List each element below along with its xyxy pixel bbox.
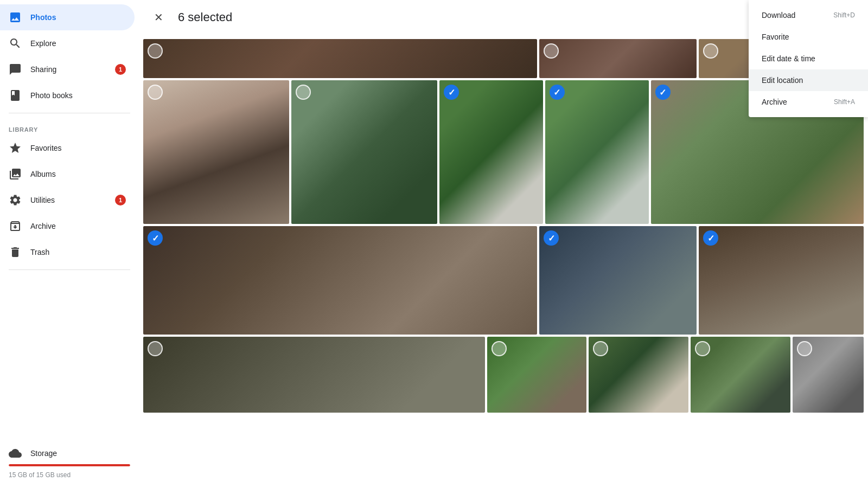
photo-checkbox[interactable] bbox=[695, 341, 710, 356]
storage-label-text: Storage bbox=[30, 449, 130, 458]
storage-bar-fill bbox=[9, 464, 130, 466]
photo-checkbox[interactable] bbox=[703, 43, 718, 59]
photo-cell[interactable]: ✓ bbox=[699, 226, 864, 335]
sidebar-label-utilities: Utilities bbox=[30, 196, 106, 204]
sharing-badge: 1 bbox=[115, 64, 126, 75]
photo-cell[interactable]: ✓ bbox=[545, 80, 649, 224]
photo-icon bbox=[9, 11, 22, 24]
sidebar-label-albums: Albums bbox=[30, 170, 126, 178]
photo-checkbox[interactable] bbox=[148, 341, 163, 356]
header-title: 6 selected bbox=[178, 10, 812, 24]
library-section-label: LIBRARY bbox=[0, 118, 139, 135]
sidebar: Photos Explore Sharing 1 Photo books LIB… bbox=[0, 0, 139, 488]
sidebar-label-trash: Trash bbox=[30, 248, 126, 256]
sidebar-item-photobooks[interactable]: Photo books bbox=[0, 82, 135, 108]
photo-checkbox[interactable] bbox=[492, 341, 507, 356]
sidebar-item-photos[interactable]: Photos bbox=[0, 4, 135, 30]
sidebar-label-archive: Archive bbox=[30, 222, 126, 230]
close-button[interactable]: ✕ bbox=[148, 7, 169, 28]
photo-cell[interactable] bbox=[793, 337, 864, 413]
photo-cell[interactable] bbox=[143, 80, 289, 224]
photo-cell[interactable] bbox=[291, 80, 437, 224]
menu-item-download-label: Download bbox=[762, 11, 795, 20]
explore-icon bbox=[9, 37, 22, 50]
menu-item-favorite[interactable]: Favorite bbox=[749, 26, 868, 48]
albums-icon bbox=[9, 168, 22, 181]
photo-checkbox[interactable]: ✓ bbox=[544, 230, 559, 246]
storage-used-text: 15 GB of 15 GB used bbox=[9, 471, 71, 479]
sidebar-label-photos: Photos bbox=[30, 13, 126, 22]
photo-cell[interactable]: ✓ bbox=[539, 226, 697, 335]
storage-section: Storage 15 GB of 15 GB used bbox=[0, 438, 139, 488]
storage-icon bbox=[9, 447, 22, 460]
sidebar-label-explore: Explore bbox=[30, 39, 126, 48]
archive-icon bbox=[9, 220, 22, 233]
menu-item-archive-shortcut: Shift+A bbox=[834, 98, 855, 106]
photo-checkbox[interactable] bbox=[593, 341, 608, 356]
sidebar-item-utilities[interactable]: Utilities 1 bbox=[0, 187, 135, 213]
utilities-icon bbox=[9, 194, 22, 207]
trash-icon bbox=[9, 246, 22, 259]
menu-item-edit-location-label: Edit location bbox=[762, 76, 803, 85]
utilities-badge: 1 bbox=[115, 195, 126, 206]
photo-checkbox[interactable]: ✓ bbox=[550, 85, 565, 100]
sidebar-item-favorites[interactable]: Favorites bbox=[0, 135, 135, 161]
menu-item-download-shortcut: Shift+D bbox=[833, 11, 855, 19]
menu-item-download[interactable]: Download Shift+D bbox=[749, 4, 868, 26]
sharing-icon bbox=[9, 63, 22, 76]
photo-checkbox[interactable] bbox=[148, 43, 163, 59]
photo-cell[interactable]: ✓ bbox=[143, 226, 537, 335]
photo-cell[interactable] bbox=[539, 39, 697, 78]
sidebar-label-photobooks: Photo books bbox=[30, 91, 126, 100]
photobooks-icon bbox=[9, 89, 22, 102]
sidebar-item-sharing[interactable]: Sharing 1 bbox=[0, 56, 135, 82]
photo-cell[interactable] bbox=[487, 337, 587, 413]
photo-checkbox[interactable]: ✓ bbox=[444, 85, 459, 100]
photo-checkbox[interactable] bbox=[296, 85, 311, 100]
photo-cell[interactable] bbox=[691, 337, 790, 413]
photo-checkbox[interactable] bbox=[148, 85, 163, 100]
storage-bar bbox=[9, 464, 130, 466]
sidebar-item-archive[interactable]: Archive bbox=[0, 213, 135, 239]
storage-divider bbox=[9, 269, 130, 270]
sidebar-item-explore[interactable]: Explore bbox=[0, 30, 135, 56]
favorites-icon bbox=[9, 142, 22, 155]
photo-checkbox[interactable] bbox=[544, 43, 559, 59]
photo-checkbox[interactable]: ✓ bbox=[703, 230, 718, 246]
sidebar-item-trash[interactable]: Trash bbox=[0, 239, 135, 265]
sidebar-item-albums[interactable]: Albums bbox=[0, 161, 135, 187]
photo-cell[interactable]: ✓ bbox=[439, 80, 543, 224]
menu-item-edit-location[interactable]: Edit location bbox=[749, 69, 868, 91]
menu-item-edit-date-label: Edit date & time bbox=[762, 54, 815, 63]
sidebar-divider bbox=[9, 113, 130, 113]
menu-item-favorite-label: Favorite bbox=[762, 33, 789, 41]
sidebar-label-sharing: Sharing bbox=[30, 65, 106, 74]
menu-item-edit-date-time[interactable]: Edit date & time bbox=[749, 48, 868, 69]
menu-item-archive[interactable]: Archive Shift+A bbox=[749, 91, 868, 113]
photo-checkbox[interactable]: ✓ bbox=[148, 230, 163, 246]
photo-cell[interactable] bbox=[589, 337, 688, 413]
photo-checkbox[interactable]: ✓ bbox=[655, 85, 671, 100]
menu-item-archive-label: Archive bbox=[762, 98, 787, 106]
sidebar-label-favorites: Favorites bbox=[30, 144, 126, 152]
photo-checkbox[interactable] bbox=[797, 341, 812, 356]
photo-cell[interactable] bbox=[143, 39, 537, 78]
dropdown-menu: Download Shift+D Favorite Edit date & ti… bbox=[749, 0, 868, 117]
photo-cell[interactable] bbox=[143, 337, 485, 413]
